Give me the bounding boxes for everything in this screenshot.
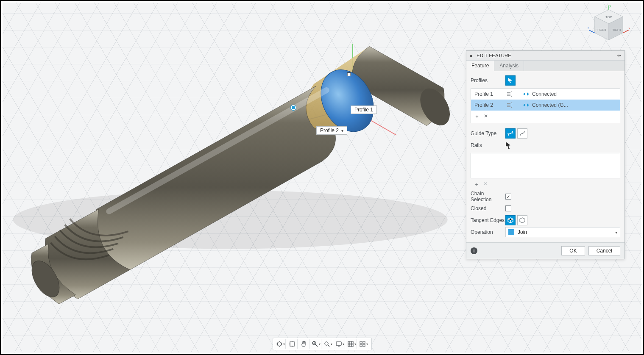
view-cube[interactable]: TOP FRONT RIGHT z x y bbox=[588, 5, 630, 47]
profile2-chip-label: Profile 2 bbox=[320, 128, 339, 133]
svg-point-16 bbox=[325, 342, 328, 345]
orbit-icon bbox=[276, 341, 283, 347]
cancel-button[interactable]: Cancel bbox=[588, 246, 620, 255]
svg-line-15 bbox=[315, 344, 318, 347]
profiles-list: Profile 1 Connected Profile 2 bbox=[471, 88, 620, 123]
operation-label: Operation bbox=[471, 229, 505, 235]
guide-type-rails-button[interactable] bbox=[505, 128, 516, 139]
cursor-icon bbox=[507, 78, 513, 83]
svg-rect-18 bbox=[336, 342, 341, 345]
axis-y-label: y bbox=[609, 5, 611, 8]
chevron-down-icon: ▾ bbox=[341, 128, 343, 133]
svg-line-8 bbox=[589, 30, 594, 33]
orbit-button[interactable]: ▾ bbox=[276, 339, 286, 349]
chain-selection-label: Chain Selection bbox=[471, 191, 505, 202]
closed-label: Closed bbox=[471, 205, 505, 211]
app-frame: Profile 1 Profile 2 ▾ TOP FRONT RIGHT z … bbox=[0, 0, 644, 355]
rails-label: Rails bbox=[471, 142, 505, 148]
profile1-chip-label: Profile 1 bbox=[354, 107, 373, 113]
svg-rect-13 bbox=[290, 342, 294, 346]
viewcube-top-label: TOP bbox=[605, 15, 612, 19]
svg-rect-20 bbox=[360, 341, 362, 344]
profile-row-name: Profile 1 bbox=[474, 91, 506, 97]
tab-analysis[interactable]: Analysis bbox=[494, 61, 524, 71]
display-settings-icon bbox=[335, 341, 342, 347]
rails-list[interactable] bbox=[471, 153, 620, 178]
operation-select[interactable]: Join ▾ bbox=[505, 227, 620, 237]
axis-x-label: x bbox=[628, 26, 630, 30]
remove-rail-button: ✕ bbox=[483, 181, 488, 188]
cube-solid-icon bbox=[507, 217, 514, 224]
axis-y bbox=[352, 44, 353, 78]
join-icon bbox=[508, 229, 514, 235]
chain-selection-checkbox[interactable] bbox=[505, 194, 511, 200]
reorder-icon[interactable] bbox=[506, 91, 523, 97]
reorder-icon[interactable] bbox=[506, 102, 523, 108]
connected-icon bbox=[523, 92, 530, 97]
display-settings-button[interactable]: ▾ bbox=[335, 339, 345, 349]
zoom-icon bbox=[312, 341, 318, 347]
look-at-icon bbox=[289, 341, 296, 347]
svg-point-12 bbox=[277, 342, 282, 346]
profile-row-status: Connected (G... bbox=[532, 102, 568, 108]
closed-checkbox[interactable] bbox=[505, 205, 511, 211]
info-icon[interactable]: i bbox=[471, 247, 477, 254]
viewports-icon bbox=[359, 341, 366, 347]
panel-footer: i OK Cancel bbox=[466, 242, 624, 259]
svg-rect-21 bbox=[363, 341, 365, 344]
tangent-edges-on-button[interactable] bbox=[505, 215, 516, 225]
profile2-handle[interactable] bbox=[291, 105, 296, 110]
fit-button[interactable]: ▾ bbox=[323, 339, 333, 349]
svg-rect-22 bbox=[360, 344, 362, 347]
profiles-label: Profiles bbox=[471, 78, 505, 83]
guide-type-centerline-button[interactable] bbox=[517, 128, 527, 139]
zoom-button[interactable]: ▾ bbox=[311, 339, 321, 349]
add-profile-button[interactable]: ＋ bbox=[474, 113, 480, 120]
pan-button[interactable] bbox=[299, 339, 309, 349]
pin-icon[interactable]: ↠ bbox=[617, 53, 621, 58]
tab-feature[interactable]: Feature bbox=[466, 61, 494, 71]
remove-profile-button[interactable]: ✕ bbox=[484, 113, 488, 120]
profiles-selector-button[interactable] bbox=[505, 75, 516, 86]
axis-z-label: z bbox=[588, 26, 589, 30]
panel-titlebar[interactable]: ● EDIT FEATURE ↠ bbox=[466, 51, 624, 61]
profile-row-1[interactable]: Profile 1 Connected bbox=[471, 89, 620, 100]
viewports-button[interactable]: ▾ bbox=[359, 339, 369, 349]
centerline-icon bbox=[519, 130, 526, 137]
svg-line-17 bbox=[328, 345, 329, 347]
profile-row-status: Connected bbox=[532, 91, 557, 97]
profile2-chip[interactable]: Profile 2 ▾ bbox=[316, 126, 347, 135]
svg-rect-23 bbox=[363, 344, 365, 347]
panel-body: Profiles Profile 1 Connected bbox=[466, 71, 624, 242]
panel-tabs: Feature Analysis bbox=[466, 61, 624, 71]
viewcube-front-label: FRONT bbox=[596, 28, 607, 32]
panel-title-text: EDIT FEATURE bbox=[477, 53, 511, 58]
fit-icon bbox=[323, 341, 330, 347]
tangent-edges-off-button[interactable] bbox=[517, 215, 527, 225]
add-rail-button[interactable]: ＋ bbox=[474, 181, 479, 188]
ok-button[interactable]: OK bbox=[561, 246, 585, 255]
profile-row-name: Profile 2 bbox=[474, 102, 506, 108]
grid-display-icon bbox=[347, 341, 354, 347]
profile1-chip[interactable]: Profile 1 bbox=[351, 105, 377, 114]
tangent-edges-label: Tangent Edges bbox=[471, 217, 505, 223]
navigation-toolbar: ▾ ▾ ▾ ▾ ▾ ▾ bbox=[273, 338, 372, 350]
svg-line-9 bbox=[623, 30, 628, 33]
cube-outline-icon bbox=[519, 217, 526, 224]
grid-display-button[interactable]: ▾ bbox=[347, 339, 357, 349]
svg-point-11 bbox=[522, 133, 523, 134]
profile-row-2[interactable]: Profile 2 Connected (G... bbox=[471, 100, 620, 111]
connected-icon bbox=[523, 103, 530, 108]
rails-icon bbox=[507, 130, 514, 137]
viewcube-right-label: RIGHT bbox=[612, 28, 622, 32]
guide-type-label: Guide Type bbox=[471, 130, 505, 136]
chevron-down-icon: ▾ bbox=[615, 230, 617, 235]
rails-selector-cursor-icon[interactable] bbox=[505, 141, 511, 149]
edit-feature-panel: ● EDIT FEATURE ↠ Feature Analysis Profil… bbox=[466, 50, 625, 259]
look-at-button[interactable] bbox=[287, 339, 298, 349]
pan-icon bbox=[301, 341, 307, 347]
operation-value: Join bbox=[518, 229, 527, 235]
collapse-icon[interactable]: ● bbox=[470, 53, 474, 58]
